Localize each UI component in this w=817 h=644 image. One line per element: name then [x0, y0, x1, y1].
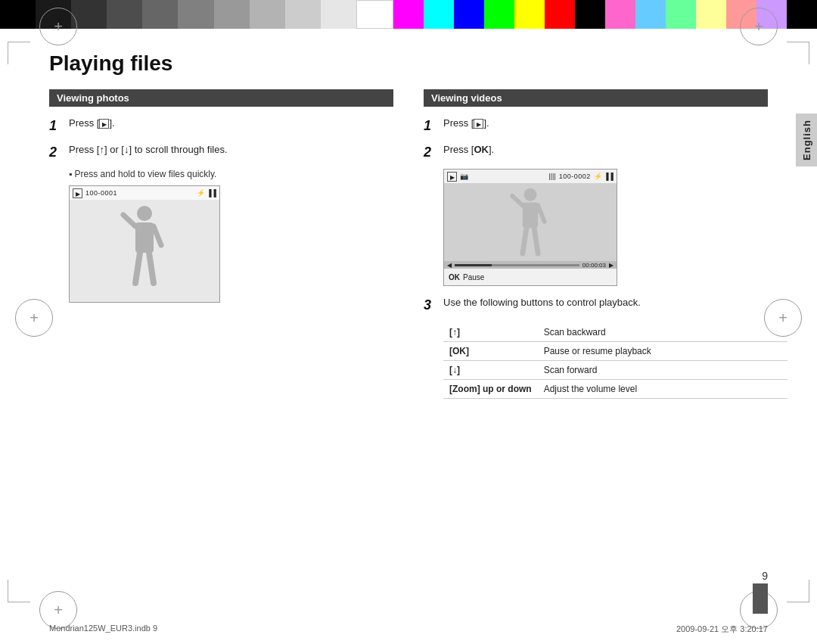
color-swatch-dark3 — [107, 0, 142, 29]
color-swatch-gray1 — [178, 0, 213, 29]
color-swatch-white — [356, 0, 393, 29]
progress-arrow-right: ▶ — [609, 262, 614, 269]
color-swatch-dark4 — [142, 0, 178, 29]
color-swatch-magenta — [393, 0, 424, 29]
svg-line-5 — [149, 253, 154, 283]
videos-step2: 2 Press [OK]. — [424, 142, 768, 163]
table-row: [OK] Pause or resume playback — [443, 342, 787, 361]
language-label: English — [801, 120, 812, 160]
videos-step1: 1 Press [▶]. — [424, 116, 768, 136]
video-progress-bar: ◀ 00:00:03 ▶ — [444, 261, 617, 269]
play-icon-photos-step1: ▶ — [99, 119, 109, 129]
video-preview-play-icon: ▶ — [447, 172, 457, 182]
video-preview-filename: 100-0002 — [559, 173, 591, 180]
svg-point-6 — [524, 188, 537, 201]
page-title: Playing files — [49, 51, 768, 76]
signal-icon: |||| — [548, 173, 555, 180]
photos-step2: 2 Press [↑] or [↓] to scroll through fil… — [49, 142, 393, 163]
photos-step1-number: 1 — [49, 116, 66, 136]
down-arrow-icon: ↓ — [124, 144, 129, 155]
svg-line-11 — [534, 228, 538, 254]
progress-fill — [455, 264, 492, 266]
photos-step2-number: 2 — [49, 142, 66, 163]
page-number: 9 — [753, 570, 768, 582]
up-arrow-icon: ↑ — [99, 144, 104, 155]
pause-label: Pause — [463, 273, 484, 282]
viewing-videos-header: Viewing videos — [424, 89, 768, 107]
crosshair-mid-left — [15, 299, 53, 337]
videos-step3-text: Use the following buttons to control pla… — [443, 295, 641, 310]
table-row: [↑] Scan backward — [443, 323, 787, 342]
crosshair-top-right — [740, 8, 778, 45]
table-row: [↓] Scan forward — [443, 361, 787, 380]
color-swatch-black2 — [575, 0, 605, 29]
control-key-2: [↓] — [443, 361, 538, 380]
svg-line-9 — [538, 206, 544, 222]
videos-step1-number: 1 — [424, 116, 440, 136]
color-swatch-ltyellow — [696, 0, 726, 29]
svg-line-2 — [123, 215, 135, 226]
svg-point-0 — [137, 206, 152, 221]
play-icon-videos-step1: ▶ — [474, 119, 483, 129]
color-swatch-black3 — [787, 0, 817, 29]
color-swatch-red — [545, 0, 575, 29]
control-action-1: Pause or resume playback — [538, 342, 787, 361]
controls-table-body: [↑] Scan backward [OK] Pause or resume p… — [443, 323, 787, 399]
ok-label: OK — [449, 273, 460, 282]
main-content: Playing files Viewing photos 1 Press [▶]… — [49, 51, 768, 599]
photo-preview-box: ▶ 100-0001 ⚡ ▐▐ — [69, 185, 220, 303]
svg-rect-7 — [523, 202, 538, 228]
photos-sub-bullet: ▪ Press and hold to view files quickly. — [69, 169, 393, 179]
photos-step1: 1 Press [▶]. — [49, 116, 393, 136]
footer-left: Mondrian125W_EUR3.indb 9 — [49, 624, 157, 635]
control-key-1: [OK] — [443, 342, 538, 361]
progress-track — [455, 264, 579, 266]
ok-key: OK — [474, 144, 489, 155]
controls-table: [↑] Scan backward [OK] Pause or resume p… — [443, 323, 787, 399]
color-swatch-blue — [454, 0, 484, 29]
language-sidebar-tab: English — [796, 114, 817, 166]
videos-step1-text: Press [▶]. — [443, 116, 489, 131]
videos-step2-number: 2 — [424, 142, 440, 163]
viewing-videos-section: Viewing videos 1 Press [▶]. 2 Press [OK]… — [424, 89, 768, 399]
table-row: [Zoom] up or down Adjust the volume leve… — [443, 380, 787, 399]
video-preview-box: ▶ 📷 |||| 100-0002 ⚡ ▐▐ ◀ — [443, 169, 617, 286]
photo-preview-filename: 100-0001 — [85, 189, 117, 197]
viewing-photos-section: Viewing photos 1 Press [▶]. 2 Press [↑] … — [49, 89, 393, 399]
footer-right: 2009-09-21 오후 3:20:17 — [676, 624, 768, 635]
reg-mark-top-left — [8, 42, 30, 64]
two-column-layout: Viewing photos 1 Press [▶]. 2 Press [↑] … — [49, 89, 768, 399]
video-silhouette-figure — [504, 183, 557, 266]
color-swatch-black — [0, 0, 36, 29]
photo-silhouette-figure — [114, 200, 175, 298]
viewing-photos-header: Viewing photos — [49, 89, 393, 107]
svg-rect-1 — [135, 222, 154, 253]
color-swatch-gray5 — [321, 0, 356, 29]
color-swatch-green — [484, 0, 514, 29]
color-swatch-gray4 — [285, 0, 321, 29]
video-bottom-bar: OK Pause — [444, 269, 617, 285]
color-swatch-gray2 — [214, 0, 250, 29]
videos-step2-text: Press [OK]. — [443, 142, 494, 157]
control-action-0: Scan backward — [538, 323, 787, 342]
reg-mark-bottom-left — [8, 580, 30, 602]
color-swatch-pink — [605, 0, 635, 29]
control-action-3: Adjust the volume level — [538, 380, 787, 399]
photos-step2-text: Press [↑] or [↓] to scroll through files… — [69, 142, 228, 157]
photo-preview-icons: ⚡ ▐▐ — [197, 189, 216, 197]
svg-line-8 — [512, 196, 523, 206]
control-key-0: [↑] — [443, 323, 538, 342]
svg-line-10 — [523, 228, 527, 254]
color-swatch-yellow — [514, 0, 545, 29]
photos-step1-text: Press [▶]. — [69, 116, 115, 131]
footer: Mondrian125W_EUR3.indb 9 2009-09-21 오후 3… — [49, 624, 768, 635]
color-swatch-cyan — [424, 0, 454, 29]
color-swatch-ltgreen — [666, 0, 696, 29]
zoom-key: Zoom — [452, 384, 477, 394]
control-action-2: Scan forward — [538, 361, 787, 380]
control-key-3: [Zoom] up or down — [443, 380, 538, 399]
progress-arrow-left: ◀ — [447, 262, 452, 269]
video-preview-bar: ▶ 📷 |||| 100-0002 ⚡ ▐▐ — [444, 170, 617, 183]
video-timecode: 00:00:03 — [582, 262, 606, 269]
photo-preview-bar: ▶ 100-0001 ⚡ ▐▐ — [70, 186, 219, 200]
